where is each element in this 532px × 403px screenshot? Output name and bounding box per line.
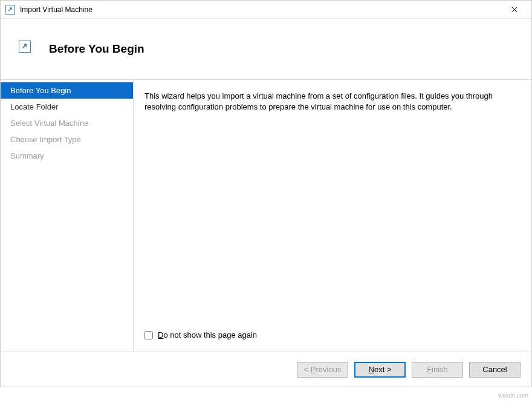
sidebar-item-summary: Summary bbox=[1, 148, 133, 164]
sidebar-item-label: Locate Folder bbox=[10, 102, 59, 111]
header-icon bbox=[19, 41, 31, 53]
window-title: Import Virtual Machine bbox=[20, 5, 502, 14]
content-area: This wizard helps you import a virtual m… bbox=[134, 80, 531, 352]
sidebar-item-before-you-begin[interactable]: Before You Begin bbox=[1, 82, 133, 99]
titlebar: Import Virtual Machine bbox=[1, 1, 531, 19]
do-not-show-label: Do not show this page again bbox=[158, 330, 257, 339]
header: Before You Begin bbox=[1, 19, 531, 79]
previous-button: < Previous bbox=[297, 362, 348, 378]
spacer bbox=[144, 112, 519, 330]
watermark: wsxdn.com bbox=[498, 392, 528, 399]
sidebar-item-label: Before You Begin bbox=[10, 86, 71, 95]
footer: < Previous Next > Finish Cancel bbox=[1, 352, 531, 387]
finish-button: Finish bbox=[412, 362, 463, 378]
sidebar-item-locate-folder[interactable]: Locate Folder bbox=[1, 99, 133, 115]
wizard-window: Import Virtual Machine Before You Begin … bbox=[0, 0, 532, 387]
close-button[interactable] bbox=[502, 1, 527, 18]
description-text: This wizard helps you import a virtual m… bbox=[144, 91, 519, 112]
body: Before You Begin Locate Folder Select Vi… bbox=[1, 80, 531, 352]
sidebar-item-label: Select Virtual Machine bbox=[10, 119, 88, 128]
cancel-button[interactable]: Cancel bbox=[469, 362, 521, 378]
next-button[interactable]: Next > bbox=[354, 362, 406, 378]
sidebar: Before You Begin Locate Folder Select Vi… bbox=[1, 80, 134, 352]
sidebar-item-choose-import-type: Choose Import Type bbox=[1, 131, 133, 148]
sidebar-item-label: Summary bbox=[10, 151, 44, 160]
sidebar-item-label: Choose Import Type bbox=[10, 135, 81, 144]
sidebar-item-select-virtual-machine: Select Virtual Machine bbox=[1, 115, 133, 131]
do-not-show-checkbox[interactable] bbox=[144, 331, 153, 339]
page-title: Before You Begin bbox=[49, 42, 144, 56]
do-not-show-checkbox-row[interactable]: Do not show this page again bbox=[144, 330, 519, 339]
app-icon bbox=[5, 5, 15, 15]
